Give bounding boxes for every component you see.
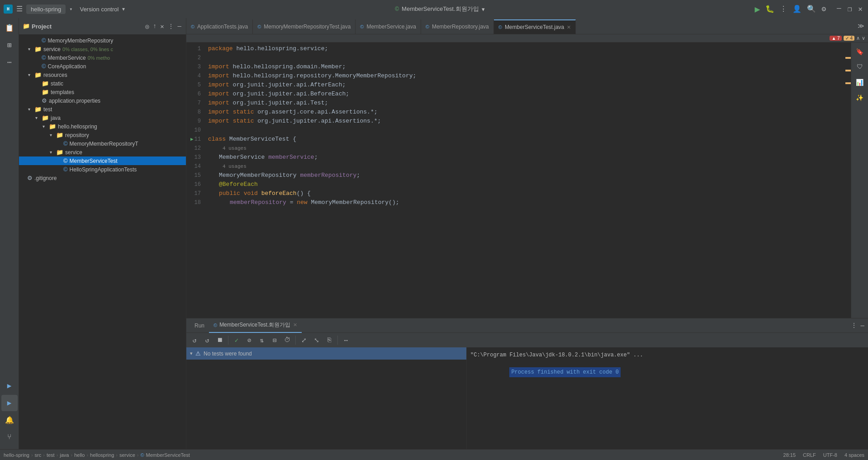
show-passed-btn[interactable]: ✓ (231, 335, 242, 346)
tree-item-app-props[interactable]: ⚙ application.properties (19, 96, 186, 105)
run-panel-icon[interactable]: ▶ (1, 378, 18, 394)
bc-hello[interactable]: hello (74, 452, 85, 458)
tree-item-service-test-folder[interactable]: ▾ 📁 service (19, 148, 186, 156)
close-button[interactable]: ✕ (856, 4, 864, 14)
tree-item-hello-spring-app-tests[interactable]: © HelloSpringApplicationTests (19, 165, 186, 174)
commit-icon[interactable]: ⊞ (1, 37, 18, 53)
line-ending[interactable]: CRLF (803, 452, 816, 458)
hamburger-menu-icon[interactable]: ☰ (16, 5, 23, 14)
tab-memory-repo-test[interactable]: © MemoryMemberRepositoryTest.java (253, 19, 356, 34)
bottom-panel: Run © MemberServiceTest.회원가입 ✕ ⋮ — ↺ ↺ ⏹… (186, 318, 868, 449)
run-button[interactable]: ▶ (754, 4, 760, 15)
collapse-btn[interactable]: ⤡ (311, 335, 322, 346)
tab-member-repository[interactable]: © MemberRepository.java (421, 19, 494, 34)
bc-src[interactable]: src (35, 452, 42, 458)
bottom-more-icon[interactable]: ⋮ (851, 322, 857, 329)
clock-btn[interactable]: ⏱ (282, 335, 293, 346)
search-icon[interactable]: 🔍 (807, 5, 816, 14)
rerun-btn[interactable]: ↺ (189, 335, 200, 346)
tab-application-tests[interactable]: © ApplicationTests.java (186, 19, 253, 34)
tree-item-resources[interactable]: ▾ 📁 resources (19, 71, 186, 79)
git-icon[interactable]: 📊 (853, 75, 867, 90)
more-test-btn[interactable]: ⋯ (341, 335, 351, 346)
ai-assistant-icon[interactable]: ✨ (853, 90, 867, 105)
no-tests-item[interactable]: ▾ ⚠ No tests were found (186, 347, 466, 360)
exit-code-output: Process finished with exit code 0 (509, 367, 621, 377)
run-tab[interactable]: Run (190, 318, 209, 333)
run-gutter-icon[interactable]: ▶ (190, 135, 194, 144)
sidebar-toggle-icon[interactable]: 📋 (1, 20, 18, 36)
more-options-icon[interactable]: ⋮ (780, 5, 787, 14)
rerun-failed-btn[interactable]: ↺ (202, 335, 213, 346)
copy-btn[interactable]: ⎘ (324, 335, 335, 346)
version-control-button[interactable]: Version control (80, 6, 119, 13)
bc-hello-spring[interactable]: hello-spring (4, 452, 29, 458)
tree-item-java[interactable]: ▾ 📁 java (19, 114, 186, 122)
encoding[interactable]: UTF-8 (823, 452, 837, 458)
tree-item-member-service-test[interactable]: © MemberServiceTest (19, 156, 186, 165)
sidebar-minimize-icon[interactable]: — (177, 22, 182, 31)
settings-icon[interactable]: ⚙ (821, 5, 826, 14)
profile-icon[interactable]: 👤 (792, 5, 802, 14)
app-icon: H (4, 5, 13, 14)
stop-btn[interactable]: ⏹ (214, 335, 225, 346)
code-line-4: import hello.hellospring.repository.Memo… (204, 71, 845, 81)
test-tab-label: MemberServiceTest.회원가입 (219, 321, 290, 329)
bottom-minimize-icon[interactable]: — (861, 322, 864, 329)
tree-item-repository-folder[interactable]: ▾ 📁 repository (19, 131, 186, 139)
sidebar-more-icon[interactable]: ⋮ (167, 22, 175, 31)
tree-item-core-application[interactable]: © CoreApplication (19, 62, 186, 71)
sort-btn[interactable]: ⇅ (256, 335, 267, 346)
collapse-all-icon[interactable]: ↑ (152, 22, 157, 31)
git-icon[interactable]: ⑂ (1, 429, 18, 446)
member-service-test-tab[interactable]: © MemberServiceTest.회원가입 ✕ (209, 318, 301, 333)
editor-scrollbar[interactable] (845, 43, 851, 318)
bookmarks-icon[interactable]: 🔖 (853, 44, 867, 59)
tree-item-static[interactable]: 📁 static (19, 79, 186, 88)
notifications-bell-icon[interactable]: 🔔 (1, 412, 18, 428)
run-config-area[interactable]: © MemberServiceTest.회원가입 ▾ (128, 5, 751, 13)
tree-item-member-service[interactable]: © MemberService 0% metho (19, 53, 186, 62)
tree-item-gitignore[interactable]: ⚙ .gitignore (19, 174, 186, 182)
main-content: 📋 ⊞ ⋯ ▶ ▶ 🔔 ⑂ 📁 Project ◎ ↑ ✕ ⋮ — (0, 18, 868, 449)
sidebar-title: Project (32, 23, 142, 30)
expand-btn[interactable]: ⤢ (299, 335, 309, 346)
run-tab-label: Run (194, 322, 204, 329)
tree-item-templates[interactable]: 📁 templates (19, 88, 186, 96)
project-name[interactable]: hello-spring (26, 5, 66, 14)
run-active-icon[interactable]: ▶ (1, 395, 18, 411)
notifications-icon[interactable]: ⋯ (1, 54, 18, 71)
toolbar-sep-3 (337, 336, 338, 345)
bc-hellospring[interactable]: hellospring (90, 452, 114, 458)
tab-member-service-test[interactable]: © MemberServiceTest.java ✕ (494, 19, 576, 34)
debug-button[interactable]: 🐛 (765, 5, 774, 14)
tab-member-service[interactable]: © MemberService.java (356, 19, 421, 34)
test-tab-close-icon[interactable]: ✕ (293, 322, 297, 328)
bc-java[interactable]: java (60, 452, 69, 458)
filter-btn[interactable]: ⊟ (269, 335, 280, 346)
structure-icon[interactable]: 🛡 (853, 60, 867, 74)
tree-item-service-folder[interactable]: ▾ 📁 service 0% classes, 0% lines c (19, 45, 186, 53)
tab-close-icon[interactable]: ✕ (567, 24, 571, 30)
bc-member-service-test[interactable]: MemberServiceTest (146, 452, 190, 458)
cancel-btn[interactable]: ⊘ (244, 335, 255, 346)
code-line-3: import hello.hellospring.domain.Member; (204, 62, 845, 71)
bc-test[interactable]: test (47, 452, 55, 458)
close-sidebar-icon[interactable]: ✕ (159, 22, 165, 31)
error-navigation-icon[interactable]: ∧ (856, 35, 860, 41)
tree-item-memory-repo-test[interactable]: © MemoryMemberRepositoryT (19, 139, 186, 148)
indentation[interactable]: 4 spaces (844, 452, 864, 458)
tree-item-test[interactable]: ▾ 📁 test (19, 105, 186, 114)
maximize-button[interactable]: ❐ (846, 4, 854, 14)
minimize-button[interactable]: — (835, 4, 843, 14)
tree-item-memory-repo[interactable]: © MemoryMemberRepository (19, 36, 186, 45)
locate-file-icon[interactable]: ◎ (144, 22, 150, 31)
bc-service[interactable]: service (119, 452, 135, 458)
scroll-warning-marker-2 (845, 70, 851, 71)
tab-more-icon[interactable]: ≫ (854, 22, 868, 30)
bc-class-icon: © (140, 452, 144, 458)
code-editor[interactable]: package hello.hellospring.service; impor… (204, 43, 845, 318)
cursor-position[interactable]: 28:15 (783, 452, 796, 458)
error-navigation-down-icon[interactable]: ∨ (862, 35, 865, 41)
tree-item-hello-hellospring[interactable]: ▾ 📁 hello.hellospring (19, 122, 186, 131)
